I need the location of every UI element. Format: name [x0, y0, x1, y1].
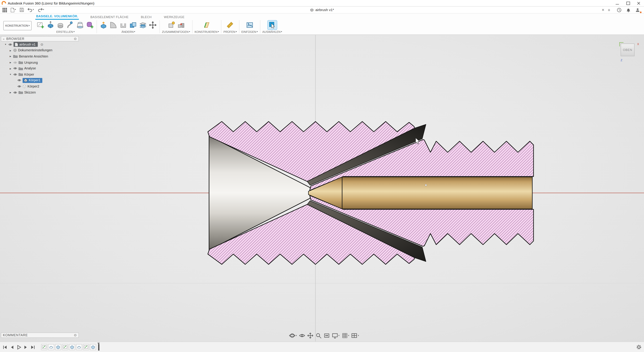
minimize-button[interactable] — [612, 0, 623, 6]
tab-sheet-metal[interactable]: BLECH — [140, 15, 152, 20]
new-document-tab-button[interactable]: + — [608, 7, 610, 12]
einfuegen-dropdown[interactable]: EINFÜGEN ▾ — [241, 30, 258, 33]
ground-options-icon[interactable]: ⊙ — [40, 42, 43, 46]
extrude-button[interactable] — [46, 20, 55, 29]
tree-expanded-icon[interactable]: ▼ — [9, 73, 12, 76]
insert-canvas-button[interactable] — [245, 20, 254, 29]
visibility-eye-icon[interactable] — [13, 67, 17, 70]
tree-collapsed-icon[interactable]: ▶ — [9, 67, 12, 70]
tree-expanded-icon[interactable]: ▼ — [4, 43, 7, 46]
document-tab[interactable]: airbrush v1* — [310, 6, 334, 13]
save-button[interactable] — [19, 7, 24, 12]
visibility-eye-icon[interactable] — [17, 85, 21, 88]
loft-button[interactable] — [76, 20, 85, 29]
tree-collapsed-icon[interactable]: ▶ — [9, 91, 12, 94]
browser-item-skizzen[interactable]: ▶ Skizzen — [1, 89, 79, 95]
browser-item-koerper1[interactable]: Körper1 — [1, 77, 79, 83]
tree-collapsed-icon[interactable]: ▶ — [9, 55, 12, 58]
file-menu-button[interactable]: ▾ — [10, 7, 17, 12]
erstellen-dropdown[interactable]: ERSTELLEN ▾ — [56, 30, 75, 33]
timeline-feature-extrude[interactable] — [55, 344, 61, 350]
measure-button[interactable] — [226, 20, 234, 29]
tab-surface[interactable]: BASISELEMENT FLÄCHE — [90, 15, 129, 20]
combine-button[interactable] — [129, 20, 138, 29]
notifications-button[interactable] — [626, 7, 631, 12]
pan-button[interactable] — [307, 332, 314, 339]
close-button[interactable] — [633, 0, 644, 6]
maximize-button[interactable] — [623, 0, 634, 6]
panel-options-icon[interactable]: ⊙ — [74, 334, 77, 337]
data-panel-toggle-button[interactable] — [2, 7, 8, 12]
timeline-feature-revolve[interactable] — [76, 344, 82, 350]
browser-item-root[interactable]: ▼ airbrush v1 ⊙ — [1, 41, 79, 47]
root-document-chip[interactable]: airbrush v1 — [14, 42, 38, 47]
press-pull-button[interactable] — [99, 20, 108, 29]
selected-body-chip[interactable]: Körper1 — [23, 78, 42, 83]
zusammenfuegen-dropdown[interactable]: ZUSAMMENFÜGEN ▾ — [162, 30, 190, 33]
tab-tools[interactable]: WERKZEUGE — [163, 15, 185, 20]
timeline-position-marker[interactable] — [98, 344, 99, 350]
browser-item-koerper2[interactable]: Körper2 — [1, 83, 79, 89]
visibility-eye-icon[interactable] — [13, 73, 17, 76]
revolve-button[interactable] — [56, 20, 65, 29]
panel-options-icon[interactable]: ⊙ — [74, 37, 77, 40]
close-document-tab-button[interactable]: ✕ — [602, 8, 604, 12]
browser-item-dokumenteinstellungen[interactable]: ▶ Dokumenteinstellungen — [1, 47, 79, 53]
grid-snaps-button[interactable]: ▾ — [341, 332, 350, 339]
joint-button[interactable] — [176, 20, 186, 29]
select-button[interactable] — [268, 20, 277, 29]
create-form-button[interactable] — [86, 20, 94, 29]
display-settings-button[interactable]: ▾ — [332, 332, 340, 339]
offset-face-button[interactable] — [138, 20, 148, 29]
browser-item-ursprung[interactable]: ▶ Ursprung — [1, 59, 79, 65]
selection-point[interactable] — [425, 184, 427, 186]
job-status-button[interactable] — [616, 7, 622, 12]
fillet-button[interactable] — [109, 20, 118, 29]
undo-button[interactable]: ▾ — [27, 7, 35, 12]
timeline-feature-extrude[interactable] — [69, 344, 75, 350]
viewports-button[interactable]: ▾ — [351, 332, 360, 339]
create-sketch-button[interactable] — [36, 20, 45, 29]
move-copy-button[interactable] — [148, 20, 158, 29]
go-to-start-button[interactable] — [2, 345, 8, 350]
look-at-button[interactable] — [298, 332, 306, 339]
go-to-end-button[interactable] — [30, 345, 36, 350]
timeline-feature-sketch[interactable] — [41, 344, 47, 350]
browser-item-koerper[interactable]: ▼ Körper — [1, 71, 79, 77]
viewcube-face-top[interactable]: OBEN — [620, 43, 634, 56]
tab-solid[interactable]: BASISELE. VOLUMENKÖR. — [36, 14, 79, 20]
timeline-feature-revolve[interactable] — [48, 344, 54, 350]
step-back-button[interactable] — [9, 345, 14, 350]
aendern-dropdown[interactable]: ÄNDERN ▾ — [122, 30, 135, 33]
viewport-canvas[interactable] — [0, 35, 644, 342]
pruefen-dropdown[interactable]: PRÜFEN ▾ — [224, 30, 237, 33]
browser-item-analyse[interactable]: ▶ Analyse — [1, 65, 79, 71]
timeline-feature-sketch[interactable] — [62, 344, 68, 350]
timeline-feature-extrude[interactable] — [90, 344, 96, 350]
model-section-view[interactable] — [0, 35, 644, 342]
step-forward-button[interactable] — [23, 345, 28, 350]
visibility-eye-icon[interactable] — [13, 61, 17, 64]
view-cube[interactable]: OBEN X Z — [619, 42, 636, 57]
timeline-settings-button[interactable] — [636, 345, 642, 350]
construction-plane-button[interactable] — [202, 20, 211, 29]
comments-header[interactable]: KOMMENTARE ⊙ — [1, 333, 79, 338]
konstruieren-dropdown[interactable]: KONSTRUIEREN ▾ — [194, 30, 219, 33]
redo-button[interactable]: ▾ — [37, 7, 45, 12]
profile-button[interactable] — [634, 7, 641, 12]
airbrush-section-bodies[interactable] — [208, 121, 534, 264]
browser-header[interactable]: « BROWSER ⊙ — [1, 36, 79, 41]
collapse-panel-icon[interactable]: « — [3, 37, 5, 40]
new-component-button[interactable] — [166, 20, 176, 29]
play-button[interactable] — [16, 345, 22, 350]
orbit-button[interactable]: ▾ — [289, 332, 297, 339]
construction-dropdown-button[interactable]: KONSTRUKTION ▾ — [3, 21, 32, 30]
visibility-eye-icon[interactable] — [13, 91, 17, 94]
zoom-button[interactable] — [315, 332, 322, 339]
needle-shaft[interactable] — [342, 177, 532, 209]
browser-item-benannte-ansichten[interactable]: ▶ Benannte Ansichten — [1, 53, 79, 59]
tree-collapsed-icon[interactable]: ▶ — [9, 61, 12, 64]
sweep-button[interactable] — [66, 20, 75, 29]
tree-collapsed-icon[interactable]: ▶ — [9, 49, 12, 52]
visibility-eye-icon[interactable] — [8, 43, 12, 46]
